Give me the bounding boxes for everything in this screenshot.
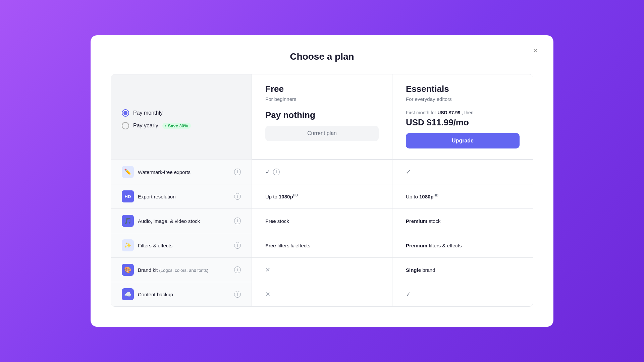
filters-icon: ✨ (122, 239, 134, 251)
brandkit-label: Brand kit (Logos, colors, and fonts) (138, 267, 208, 273)
stock-free-value: Free stock (265, 218, 289, 224)
save-badge: Save 30% (162, 123, 191, 129)
billing-selector: Pay monthly Pay yearly Save 30% (111, 74, 252, 160)
resolution-label: Export resolution (138, 194, 176, 199)
feature-resolution-free: Up to 1080pHD (252, 184, 392, 208)
essentials-plan-subtitle: For everyday editors (406, 96, 520, 102)
billing-options: Pay monthly Pay yearly Save 30% (122, 109, 241, 129)
feature-backup-left: ☁️ Content backup i (111, 282, 252, 306)
feature-stock-left: 🎵 Audio, image, & video stock i (111, 208, 252, 233)
free-plan-name: Free (265, 84, 379, 94)
feature-brandkit-essentials: Single brand (392, 257, 533, 282)
essentials-price-note: First month for USD $7.99 , then (406, 110, 520, 115)
free-plan-price: Pay nothing (265, 110, 379, 120)
filters-essentials-value: Premium filters & effects (406, 243, 462, 248)
plan-grid: Pay monthly Pay yearly Save 30% Free For… (111, 74, 533, 307)
filters-free-value: Free filters & effects (265, 243, 310, 248)
feature-backup-free: ✕ (252, 282, 392, 306)
monthly-radio[interactable] (122, 109, 129, 117)
essentials-plan-name: Essentials (406, 84, 520, 94)
upgrade-button[interactable]: Upgrade (406, 133, 520, 148)
watermark-icon: ✏️ (122, 166, 134, 178)
resolution-essentials-value: Up to 1080pHD (406, 193, 438, 199)
feature-stock-free: Free stock (252, 208, 392, 233)
feature-filters-left: ✨ Filters & effects i (111, 233, 252, 257)
brandkit-cross-icon: ✕ (265, 266, 270, 274)
feature-resolution-left: HD Export resolution i (111, 184, 252, 208)
monthly-option[interactable]: Pay monthly (122, 109, 241, 117)
monthly-label: Pay monthly (133, 110, 163, 116)
yearly-radio[interactable] (122, 122, 129, 129)
feature-stock-essentials: Premium stock (392, 208, 533, 233)
feature-resolution-essentials: Up to 1080pHD (392, 184, 533, 208)
pricing-modal: × Choose a plan Pay monthly Pay yearly S… (91, 35, 553, 327)
feature-backup-essentials: ✓ (392, 282, 533, 306)
watermark-info-icon[interactable]: i (234, 169, 241, 175)
brandkit-info-icon[interactable]: i (234, 266, 241, 273)
feature-brandkit-free: ✕ (252, 257, 392, 282)
stock-info-icon[interactable]: i (234, 218, 241, 224)
feature-watermark-free: ✓ i (252, 160, 392, 184)
essentials-price-main: USD $11.99/mo (406, 117, 520, 128)
essentials-plan-header: Essentials For everyday editors First mo… (392, 74, 533, 160)
yearly-label: Pay yearly (133, 123, 158, 129)
stock-essentials-value: Premium stock (406, 218, 440, 224)
watermark-label: Watermark-free exports (138, 169, 191, 175)
feature-watermark-essentials: ✓ (392, 160, 533, 184)
watermark-essentials-check-icon: ✓ (406, 168, 411, 176)
resolution-free-value: Up to 1080pHD (265, 193, 298, 199)
close-button[interactable]: × (529, 45, 541, 57)
backup-icon: ☁️ (122, 288, 134, 300)
backup-cross-icon: ✕ (265, 291, 270, 298)
current-plan-button: Current plan (265, 126, 379, 141)
modal-title: Choose a plan (111, 51, 533, 62)
resolution-icon: HD (122, 190, 134, 202)
feature-watermark-left: ✏️ Watermark-free exports i (111, 160, 252, 184)
monthly-radio-dot (123, 111, 127, 115)
brandkit-essentials-value: Single brand (406, 267, 435, 273)
feature-brandkit-left: 🎨 Brand kit (Logos, colors, and fonts) i (111, 257, 252, 282)
stock-label: Audio, image, & video stock (138, 218, 200, 224)
filters-info-icon[interactable]: i (234, 242, 241, 249)
feature-filters-free: Free filters & effects (252, 233, 392, 257)
feature-filters-essentials: Premium filters & effects (392, 233, 533, 257)
yearly-option[interactable]: Pay yearly Save 30% (122, 122, 241, 129)
backup-info-icon[interactable]: i (234, 291, 241, 298)
watermark-free-group: ✓ i (265, 168, 280, 176)
watermark-free-info-icon[interactable]: i (273, 169, 280, 175)
stock-icon: 🎵 (122, 215, 134, 227)
backup-check-icon: ✓ (406, 291, 411, 298)
free-plan-header: Free For beginners Pay nothing Current p… (252, 74, 392, 160)
watermark-check-icon: ✓ (265, 168, 270, 176)
free-plan-subtitle: For beginners (265, 96, 379, 102)
filters-label: Filters & effects (138, 243, 172, 248)
brandkit-icon: 🎨 (122, 264, 134, 276)
resolution-info-icon[interactable]: i (234, 193, 241, 200)
backup-label: Content backup (138, 292, 173, 297)
